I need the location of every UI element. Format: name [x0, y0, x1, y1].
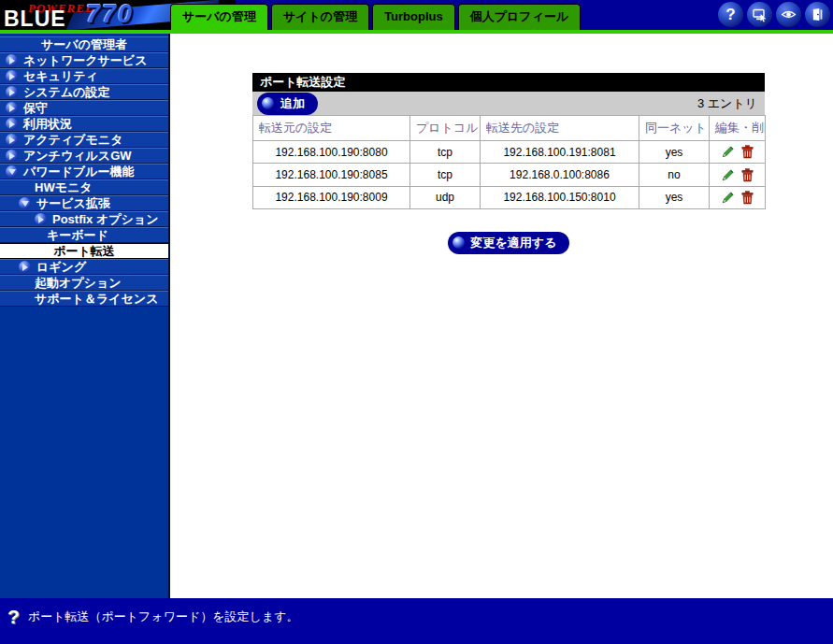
column-header: 転送先の設定	[481, 116, 639, 141]
sidebar-item-label: ネットワークサービス	[23, 52, 147, 69]
table-row: 192.168.100.190:8009udp192.168.100.150:8…	[253, 186, 766, 208]
actions-cell	[710, 164, 766, 186]
edit-icon[interactable]	[721, 191, 735, 205]
sidebar-item[interactable]: システムの設定	[0, 84, 168, 100]
sidebar-item-label: 起動オプション	[35, 275, 122, 292]
sphere-bullet-icon	[262, 97, 274, 109]
sidebar-item[interactable]: 起動オプション	[0, 275, 168, 291]
expand-arrow-icon[interactable]	[6, 118, 18, 130]
tab-2[interactable]: サイトの管理	[271, 4, 369, 30]
sphere-bullet-icon	[452, 236, 465, 249]
column-header: 編集・削除	[710, 116, 766, 141]
sidebar-item[interactable]: HWモニタ	[0, 179, 168, 195]
page: POWERED BLUE 770 ?	[0, 0, 833, 644]
entries-count: 3 エントリ	[697, 95, 757, 112]
expand-arrow-icon[interactable]	[19, 261, 31, 273]
status-bar: ? ポート転送（ポートフォワード）を設定します。	[0, 598, 833, 644]
expand-arrow-icon[interactable]	[6, 150, 18, 162]
destination-cell: 192.168.100.150:8010	[481, 186, 639, 208]
sidebar-item-label: 保守	[23, 100, 48, 117]
help-icon[interactable]: ?	[718, 2, 743, 27]
tab-1[interactable]: サーバの管理	[170, 4, 268, 30]
sidebar-item[interactable]: サービス拡張	[0, 195, 168, 211]
column-header: 同一ネット	[639, 116, 710, 141]
control-panel-icon[interactable]	[747, 2, 772, 27]
sidebar-menu: サーバの管理者ネットワークサービスセキュリティシステムの設定保守利用状況アクティ…	[0, 34, 170, 598]
sidebar-item-label: 利用状況	[23, 116, 72, 133]
panel-title: ポート転送設定	[252, 73, 765, 92]
sidebar-item[interactable]: パワードブルー機能	[0, 164, 168, 179]
sidebar-item-label: HWモニタ	[35, 179, 93, 196]
table-header-row: 転送元の設定プロトコル転送先の設定同一ネット編集・削除	[253, 116, 766, 141]
logout-icon[interactable]	[805, 2, 830, 27]
collapse-arrow-icon[interactable]	[19, 197, 31, 209]
source-cell: 192.168.100.190:8009	[253, 186, 410, 208]
sidebar-item-label: Postfix オプション	[52, 211, 158, 228]
delete-icon[interactable]	[740, 168, 754, 182]
protocol-cell: tcp	[410, 164, 481, 186]
same-net-cell: yes	[639, 141, 710, 164]
sidebar-item[interactable]: キーボード	[0, 227, 168, 243]
sidebar-item[interactable]: アンチウィルスGW	[0, 148, 168, 164]
add-button[interactable]: 追加	[257, 93, 318, 115]
status-message: ポート転送（ポートフォワード）を設定します。	[28, 608, 299, 626]
sidebar-item[interactable]: ポート転送	[0, 243, 168, 259]
actions-cell	[710, 186, 766, 208]
column-header: 転送元の設定	[253, 116, 410, 141]
delete-icon[interactable]	[740, 145, 754, 159]
delete-icon[interactable]	[740, 191, 754, 205]
collapse-arrow-icon[interactable]	[6, 165, 18, 178]
tab-3[interactable]: Turboplus	[372, 4, 455, 30]
expand-arrow-icon[interactable]	[6, 86, 18, 98]
same-net-cell: no	[639, 164, 710, 186]
sidebar-item-label: キーボード	[47, 227, 108, 244]
sidebar-item[interactable]: ネットワークサービス	[0, 52, 168, 68]
logo-model-number: 770	[86, 0, 134, 29]
expand-arrow-icon[interactable]	[6, 134, 18, 146]
port-forwarding-table: 転送元の設定プロトコル転送先の設定同一ネット編集・削除 192.168.100.…	[252, 115, 766, 209]
apply-changes-button[interactable]: 変更を適用する	[448, 232, 570, 254]
protocol-cell: tcp	[410, 141, 481, 164]
expand-arrow-icon[interactable]	[6, 70, 18, 82]
sidebar-item-label: アンチウィルスGW	[23, 148, 132, 165]
status-help-icon: ?	[7, 608, 20, 626]
table-body: 192.168.100.190:8080tcp192.168.100.191:8…	[253, 141, 766, 209]
sidebar-item[interactable]: ロギング	[0, 259, 168, 275]
sidebar-item[interactable]: 保守	[0, 100, 168, 116]
column-header: プロトコル	[410, 116, 481, 141]
expand-arrow-icon[interactable]	[6, 54, 18, 66]
protocol-cell: udp	[410, 186, 481, 208]
destination-cell: 192.168.0.100:8086	[481, 164, 639, 186]
table-row: 192.168.100.190:8080tcp192.168.100.191:8…	[253, 141, 766, 164]
sidebar-item[interactable]: アクティブモニタ	[0, 132, 168, 148]
apply-button-label: 変更を適用する	[471, 235, 557, 251]
edit-icon[interactable]	[721, 145, 735, 159]
panel-toolbar: 追加 3 エントリ	[252, 92, 765, 115]
sidebar-item[interactable]: セキュリティ	[0, 68, 168, 84]
source-cell: 192.168.100.190:8080	[253, 141, 410, 164]
logo-blue-text: BLUE	[4, 7, 66, 30]
sidebar-item-label: サービス拡張	[36, 195, 110, 212]
sidebar-item-label: サポート＆ライセンス	[35, 291, 158, 308]
expand-arrow-icon[interactable]	[35, 213, 47, 225]
sidebar-item-label: パワードブルー機能	[23, 164, 135, 180]
sidebar-item-label: セキュリティ	[23, 68, 98, 85]
sidebar-item[interactable]: サポート＆ライセンス	[0, 291, 168, 307]
tab-4[interactable]: 個人プロフィール	[458, 4, 582, 30]
sidebar-item-label: システムの設定	[23, 84, 110, 101]
expand-arrow-icon[interactable]	[6, 102, 18, 114]
header-accent-strip	[0, 30, 833, 34]
sidebar-item[interactable]: 利用状況	[0, 116, 168, 132]
edit-icon[interactable]	[721, 168, 735, 182]
table-row: 192.168.100.190:8085tcp192.168.0.100:808…	[253, 164, 766, 186]
sidebar-item[interactable]: サーバの管理者	[0, 36, 168, 52]
actions-cell	[710, 141, 766, 164]
add-button-label: 追加	[280, 95, 305, 112]
view-icon[interactable]	[776, 2, 801, 27]
sidebar-item-label: アクティブモニタ	[23, 132, 122, 149]
header-icons: ?	[718, 2, 830, 27]
source-cell: 192.168.100.190:8085	[253, 164, 410, 186]
sidebar-item-label: ポート転送	[53, 243, 115, 260]
main-content: ポート転送設定 追加 3 エントリ 転送元の設定プロトコル転送先の設定同一ネット…	[170, 34, 833, 598]
sidebar-item[interactable]: Postfix オプション	[0, 211, 168, 227]
